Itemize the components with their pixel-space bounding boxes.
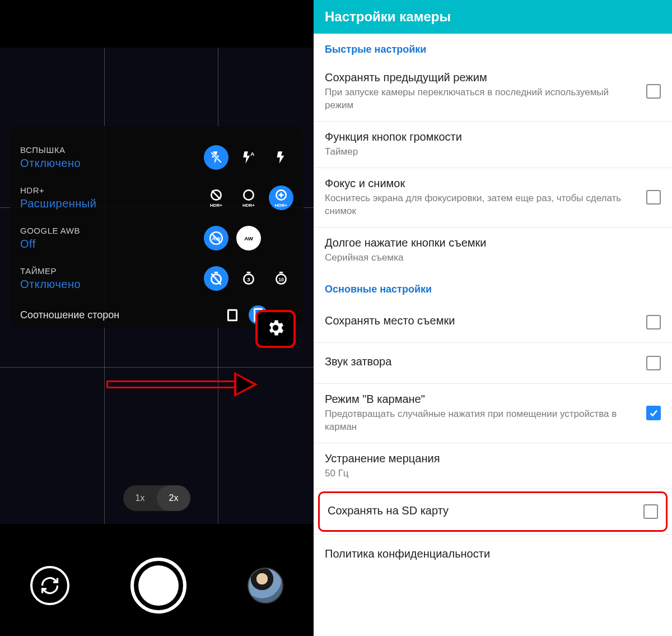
awb-value: Off [20, 238, 80, 250]
flash-on-icon[interactable] [269, 145, 293, 170]
hdr-enhanced-icon[interactable]: HDR+ [269, 185, 293, 210]
timer-row: ТАЙМЕР Отключено 3 10 [10, 258, 304, 299]
setting-sub: Серийная съемка [325, 252, 652, 264]
gallery-thumbnail[interactable] [248, 568, 283, 603]
camera-app: ВСПЫШКА Отключено A HDR+ [0, 0, 314, 636]
hdr-caption: HDR+ [20, 185, 96, 195]
focus-shot-row[interactable]: Фокус и снимок Коснитесь экрана для фоку… [314, 168, 672, 227]
pocket-mode-row[interactable]: Режим "В кармане" Предотвращать случайны… [314, 384, 672, 443]
section-quick: Быстрые настройки [314, 34, 672, 62]
checkbox[interactable] [643, 504, 658, 519]
svg-text:A: A [250, 151, 254, 157]
setting-title: Долгое нажатие кнопки съемки [325, 236, 652, 249]
shutter-button[interactable] [130, 558, 186, 614]
setting-sub: При запуске камеры переключаться в после… [325, 86, 637, 112]
svg-point-5 [244, 190, 253, 199]
quick-settings-panel: ВСПЫШКА Отключено A HDR+ [10, 126, 304, 328]
privacy-policy-row[interactable]: Политика конфиденциальности [314, 535, 672, 575]
section-main: Основные настройки [314, 273, 672, 302]
checkbox[interactable] [646, 84, 661, 99]
checkbox[interactable] [646, 356, 661, 370]
svg-text:10: 10 [278, 277, 284, 282]
flash-off-icon[interactable] [204, 145, 228, 170]
shutter-sound-row[interactable]: Звук затвора [314, 343, 672, 383]
settings-gear-highlight [255, 310, 296, 348]
camera-statusbar [0, 0, 314, 48]
long-press-row[interactable]: Долгое нажатие кнопки съемки Серийная съ… [314, 228, 672, 273]
checkbox[interactable] [646, 315, 661, 329]
flash-auto-icon[interactable]: A [236, 145, 261, 170]
flicker-row[interactable]: Устранение мерцания 50 Гц [314, 443, 672, 489]
timer-10s-icon[interactable]: 10 [269, 266, 293, 291]
setting-title: Сохранять место съемки [325, 314, 637, 327]
timer-value: Отключено [20, 278, 81, 291]
flash-caption: ВСПЫШКА [20, 145, 81, 155]
checkbox-checked[interactable] [646, 406, 661, 420]
camera-bottombar [0, 535, 314, 636]
aspect-ratio-label: Соотношение сторон [20, 309, 119, 321]
setting-title: Звук затвора [325, 355, 637, 368]
setting-sub: Коснитесь экрана для фокусировки, затем … [325, 192, 637, 218]
awb-off-icon[interactable]: AW [204, 226, 228, 250]
switch-camera-button[interactable] [30, 566, 69, 605]
setting-title: Режим "В кармане" [325, 393, 637, 406]
save-to-sd-row[interactable]: Сохранять на SD карту [318, 491, 668, 532]
hdr-on-icon[interactable]: HDR+ [236, 185, 261, 210]
zoom-2x[interactable]: 2x [157, 485, 190, 511]
setting-title: Сохранять на SD карту [328, 504, 634, 517]
setting-sub: Таймер [325, 146, 652, 159]
aspect-4-3-icon[interactable] [224, 307, 241, 323]
awb-on-icon[interactable]: AW [236, 226, 261, 250]
svg-text:AW: AW [244, 235, 254, 242]
hdr-row: HDR+ Расширенный HDR+ HDR+ HDR+ [10, 178, 304, 218]
setting-title: Фокус и снимок [325, 177, 637, 190]
zoom-toggle[interactable]: 1x 2x [123, 485, 190, 511]
settings-appbar: Настройки камеры [314, 0, 672, 34]
volume-keys-row[interactable]: Функция кнопок громкости Таймер [314, 122, 672, 168]
save-prev-mode-row[interactable]: Сохранять предыдущий режим При запуске к… [314, 62, 672, 121]
setting-sub: 50 Гц [325, 467, 652, 480]
settings-content[interactable]: Быстрые настройки Сохранять предыдущий р… [314, 34, 672, 636]
hdr-off-icon[interactable]: HDR+ [204, 185, 228, 210]
timer-off-icon[interactable] [204, 266, 228, 291]
timer-3s-icon[interactable]: 3 [236, 266, 261, 291]
setting-title: Политика конфиденциальности [325, 547, 652, 560]
timer-caption: ТАЙМЕР [20, 266, 81, 276]
save-location-row[interactable]: Сохранять место съемки [314, 302, 672, 342]
grid-line [0, 367, 314, 368]
setting-title: Устранение мерцания [325, 452, 652, 465]
svg-text:3: 3 [247, 276, 250, 282]
setting-title: Функция кнопок громкости [325, 131, 652, 143]
awb-row: GOOGLE AWB Off AW AW [10, 218, 304, 258]
setting-title: Сохранять предыдущий режим [325, 71, 637, 84]
setting-sub: Предотвращать случайные нажатия при поме… [325, 408, 637, 434]
hdr-value: Расширенный [20, 197, 96, 210]
divider [314, 489, 672, 489]
zoom-1x[interactable]: 1x [123, 485, 157, 511]
gear-icon[interactable] [265, 318, 286, 340]
annotation-arrow [106, 377, 258, 393]
camera-settings-screen: Настройки камеры Быстрые настройки Сохра… [314, 0, 672, 636]
flash-value: Отключено [20, 157, 81, 170]
awb-caption: GOOGLE AWB [20, 226, 80, 235]
svg-rect-23 [228, 310, 236, 320]
settings-title: Настройки камеры [325, 9, 451, 25]
checkbox[interactable] [646, 190, 661, 205]
flash-row: ВСПЫШКА Отключено A [10, 137, 304, 178]
